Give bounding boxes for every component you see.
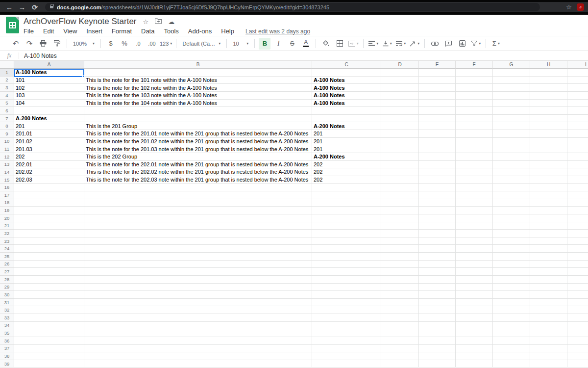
cell-G14[interactable] xyxy=(493,168,530,176)
cell-C21[interactable] xyxy=(312,222,381,230)
cell-B38[interactable] xyxy=(84,352,312,360)
column-header-e[interactable]: E xyxy=(419,61,456,69)
cell-D2[interactable] xyxy=(381,77,419,84)
cell-D11[interactable] xyxy=(381,145,419,153)
cell-C27[interactable] xyxy=(312,268,381,276)
cell-B7[interactable] xyxy=(84,115,312,123)
column-header-d[interactable]: D xyxy=(381,61,419,69)
cell-H27[interactable] xyxy=(530,268,567,276)
cell-B27[interactable] xyxy=(84,268,312,276)
cell-H30[interactable] xyxy=(530,291,567,299)
cell-I12[interactable] xyxy=(567,153,588,161)
cell-B9[interactable]: This is the note for the 201.01 note wit… xyxy=(84,130,312,138)
cell-F31[interactable] xyxy=(456,299,493,307)
cell-C35[interactable] xyxy=(312,329,381,337)
cell-D29[interactable] xyxy=(381,284,419,291)
cell-E29[interactable] xyxy=(419,284,456,291)
row-header-34[interactable]: 34 xyxy=(0,322,14,330)
cell-F36[interactable] xyxy=(456,337,493,345)
cell-H2[interactable] xyxy=(530,77,567,84)
cell-A17[interactable] xyxy=(14,191,84,199)
borders-icon[interactable] xyxy=(334,38,345,50)
cell-E37[interactable] xyxy=(419,345,456,353)
cell-I18[interactable] xyxy=(567,199,588,207)
cell-B22[interactable] xyxy=(84,230,312,237)
row-header-9[interactable]: 9 xyxy=(0,130,14,138)
text-rotation-icon[interactable]: ▾ xyxy=(409,38,420,50)
cell-I9[interactable] xyxy=(567,130,588,138)
cell-I14[interactable] xyxy=(567,168,588,176)
cell-G33[interactable] xyxy=(493,314,530,322)
cell-I24[interactable] xyxy=(567,245,588,253)
cell-B18[interactable] xyxy=(84,199,312,207)
cell-F10[interactable] xyxy=(456,138,493,146)
cell-E1[interactable] xyxy=(419,69,456,77)
cell-D13[interactable] xyxy=(381,161,419,169)
cell-B15[interactable]: This is the note for the 202.03 note wit… xyxy=(84,176,312,184)
cell-B34[interactable] xyxy=(84,322,312,330)
cell-A31[interactable] xyxy=(14,299,84,307)
cell-H38[interactable] xyxy=(530,352,567,360)
cell-G37[interactable] xyxy=(493,345,530,353)
cell-D36[interactable] xyxy=(381,337,419,345)
cell-I30[interactable] xyxy=(567,291,588,299)
back-icon[interactable]: ← xyxy=(3,2,16,12)
cell-F32[interactable] xyxy=(456,306,493,314)
cell-F6[interactable] xyxy=(456,107,493,115)
cell-F8[interactable] xyxy=(456,122,493,130)
cell-C29[interactable] xyxy=(312,284,381,291)
insert-link-icon[interactable] xyxy=(429,38,441,50)
cell-G19[interactable] xyxy=(493,207,530,214)
cell-D38[interactable] xyxy=(381,352,419,360)
cell-I6[interactable] xyxy=(567,107,588,115)
cell-I38[interactable] xyxy=(567,352,588,360)
cell-C18[interactable] xyxy=(312,199,381,207)
cell-G2[interactable] xyxy=(493,77,530,84)
select-all-corner[interactable] xyxy=(0,61,14,69)
horizontal-align-icon[interactable]: ▾ xyxy=(368,38,379,50)
cell-A12[interactable]: 202 xyxy=(14,153,84,161)
cell-H12[interactable] xyxy=(530,153,567,161)
extension-icon[interactable]: J xyxy=(577,3,584,11)
cell-C17[interactable] xyxy=(312,191,381,199)
cell-F3[interactable] xyxy=(456,84,493,92)
cell-F27[interactable] xyxy=(456,268,493,276)
cell-F5[interactable] xyxy=(456,100,493,107)
cell-E31[interactable] xyxy=(419,299,456,307)
cell-C4[interactable]: A-100 Notes xyxy=(312,92,381,100)
cell-B36[interactable] xyxy=(84,337,312,345)
cell-C20[interactable] xyxy=(312,214,381,222)
cell-H24[interactable] xyxy=(530,245,567,253)
cell-A32[interactable] xyxy=(14,306,84,314)
cell-B23[interactable] xyxy=(84,237,312,245)
cell-H19[interactable] xyxy=(530,207,567,214)
cell-C23[interactable] xyxy=(312,237,381,245)
row-header-32[interactable]: 32 xyxy=(0,306,14,314)
cell-D17[interactable] xyxy=(381,191,419,199)
cell-D32[interactable] xyxy=(381,306,419,314)
cell-F18[interactable] xyxy=(456,199,493,207)
cell-A19[interactable] xyxy=(14,207,84,214)
cell-A34[interactable] xyxy=(14,322,84,330)
menu-help[interactable]: Help xyxy=(221,27,234,35)
cell-G16[interactable] xyxy=(493,184,530,191)
cell-D39[interactable] xyxy=(381,360,419,368)
cell-H7[interactable] xyxy=(530,115,567,123)
cell-H14[interactable] xyxy=(530,168,567,176)
cell-B13[interactable]: This is the note for the 202.01 note wit… xyxy=(84,161,312,169)
cell-B14[interactable]: This is the note for the 202.02 note wit… xyxy=(84,168,312,176)
cell-A26[interactable] xyxy=(14,261,84,268)
row-header-16[interactable]: 16 xyxy=(0,184,14,191)
cell-D31[interactable] xyxy=(381,299,419,307)
cell-F17[interactable] xyxy=(456,191,493,199)
cell-I29[interactable] xyxy=(567,284,588,291)
cell-G9[interactable] xyxy=(493,130,530,138)
cell-E35[interactable] xyxy=(419,329,456,337)
cell-H32[interactable] xyxy=(530,306,567,314)
cell-G6[interactable] xyxy=(493,107,530,115)
cell-I36[interactable] xyxy=(567,337,588,345)
cell-F15[interactable] xyxy=(456,176,493,184)
cell-H9[interactable] xyxy=(530,130,567,138)
row-header-1[interactable]: 1 xyxy=(0,69,14,77)
cell-E2[interactable] xyxy=(419,77,456,84)
